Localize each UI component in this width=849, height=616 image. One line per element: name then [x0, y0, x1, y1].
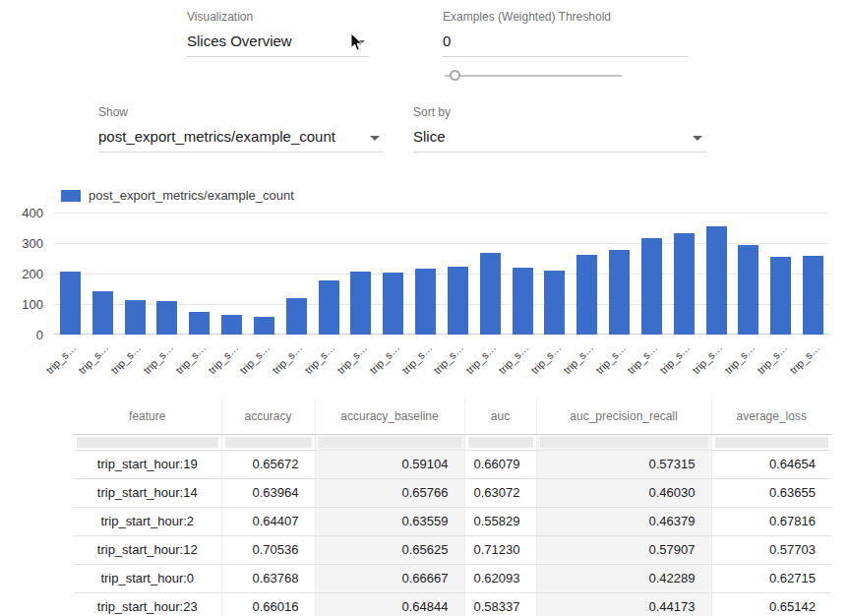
feature-cell: trip_start_hour:2: [74, 507, 221, 535]
filter-input-accuracy_baseline[interactable]: [319, 437, 461, 448]
metric-cell: 0.42289: [536, 564, 711, 592]
y-tick-label: 300: [22, 236, 43, 251]
table-row: trip_start_hour:140.639640.657660.630720…: [74, 478, 831, 507]
chart-bar[interactable]: [448, 267, 468, 335]
chart-bar[interactable]: [350, 272, 371, 335]
sort-by-value: Slice: [413, 128, 446, 145]
metric-cell: 0.57907: [536, 535, 711, 564]
column-header-auc_precision_recall[interactable]: auc_precision_recall: [536, 399, 711, 434]
metric-cell: 0.46030: [536, 478, 711, 507]
show-label: Show: [98, 105, 384, 119]
metric-cell: 0.63655: [711, 478, 831, 507]
metric-cell: 0.64844: [315, 592, 464, 616]
visualization-dropdown[interactable]: Slices Overview: [187, 29, 369, 57]
visualization-field: Visualization Slices Overview: [187, 10, 369, 57]
legend-label: post_export_metrics/example_count: [89, 188, 294, 203]
threshold-field: Examples (Weighted) Threshold 0: [443, 10, 689, 57]
slider-thumb[interactable]: [450, 70, 460, 81]
metric-cell: 0.59104: [315, 450, 464, 478]
slicing-metrics-view: Visualization Slices Overview Examples (…: [0, 0, 849, 616]
filter-input-auc[interactable]: [468, 437, 533, 448]
chart-bar[interactable]: [803, 256, 823, 335]
visualization-value: Slices Overview: [187, 32, 292, 49]
threshold-label: Examples (Weighted) Threshold: [443, 10, 689, 24]
feature-cell: trip_start_hour:14: [74, 478, 221, 507]
y-axis: 0100200300400: [0, 213, 47, 335]
chart-bar[interactable]: [544, 271, 565, 335]
metric-cell: 0.65625: [315, 535, 464, 564]
sort-by-field: Sort by Slice: [413, 105, 706, 153]
visualization-label: Visualization: [187, 10, 369, 24]
filter-input-feature[interactable]: [77, 437, 218, 448]
chart-bar[interactable]: [513, 268, 533, 336]
column-header-feature[interactable]: feature: [74, 399, 221, 434]
column-header-auc[interactable]: auc: [464, 399, 536, 434]
chart-bar[interactable]: [221, 315, 242, 335]
column-header-average_loss[interactable]: average_loss: [711, 399, 831, 434]
chart-bar[interactable]: [609, 250, 630, 335]
chart-bar[interactable]: [738, 245, 758, 335]
chart-bar[interactable]: [92, 291, 113, 335]
chart-bar[interactable]: [480, 253, 501, 335]
metric-cell: 0.63768: [221, 564, 315, 592]
feature-cell: trip_start_hour:19: [74, 450, 221, 478]
gridline: [54, 213, 829, 214]
x-axis-labels: trip_s…trip_s…trip_s…trip_s…trip_s…trip_…: [54, 339, 829, 390]
metric-cell: 0.57315: [536, 450, 711, 478]
table-row: trip_start_hour:120.705360.656250.712300…: [74, 535, 831, 564]
filter-input-accuracy[interactable]: [225, 437, 312, 448]
mouse-cursor-icon: [350, 32, 364, 52]
table-row: trip_start_hour:20.644070.635590.558290.…: [74, 507, 831, 535]
chart-bar[interactable]: [770, 257, 791, 335]
chart-bar[interactable]: [674, 233, 695, 335]
feature-cell: trip_start_hour:0: [74, 564, 221, 592]
metric-cell: 0.66079: [464, 450, 536, 478]
chart-bar[interactable]: [641, 238, 662, 335]
chevron-down-icon: [370, 136, 380, 141]
threshold-slider[interactable]: [445, 69, 622, 83]
threshold-input[interactable]: 0: [443, 29, 689, 57]
chart-bar[interactable]: [125, 300, 146, 335]
metric-cell: 0.65142: [711, 592, 831, 616]
filter-row: [74, 434, 831, 450]
show-dropdown[interactable]: post_export_metrics/example_count: [98, 124, 384, 153]
chart-bar[interactable]: [383, 273, 403, 335]
sort-by-dropdown[interactable]: Slice: [413, 124, 706, 153]
metric-cell: 0.66667: [315, 564, 464, 592]
metric-cell: 0.63964: [221, 478, 315, 507]
metric-cell: 0.71230: [464, 535, 536, 564]
chart-bar[interactable]: [706, 226, 727, 335]
metric-cell: 0.66016: [221, 592, 315, 616]
sort-by-label: Sort by: [413, 105, 706, 119]
metric-cell: 0.65672: [221, 450, 315, 478]
chart-bar[interactable]: [254, 317, 274, 335]
y-tick-label: 0: [36, 328, 43, 342]
chart-bar[interactable]: [576, 255, 597, 335]
chart-bar[interactable]: [156, 301, 177, 335]
column-header-accuracy_baseline[interactable]: accuracy_baseline: [315, 399, 464, 434]
slider-track[interactable]: [445, 75, 622, 77]
table-row: trip_start_hour:190.656720.591040.660790…: [74, 450, 831, 478]
metric-cell: 0.70536: [221, 535, 315, 564]
metric-cell: 0.67816: [711, 507, 831, 535]
filter-input-average_loss[interactable]: [715, 437, 829, 448]
metric-cell: 0.57703: [711, 535, 831, 564]
feature-cell: trip_start_hour:23: [74, 592, 221, 616]
filter-input-auc_precision_recall[interactable]: [540, 437, 708, 448]
chart-bar[interactable]: [319, 280, 339, 335]
metric-cell: 0.44173: [536, 592, 711, 616]
column-header-accuracy[interactable]: accuracy: [221, 399, 315, 434]
chart-bar[interactable]: [189, 312, 210, 335]
y-tick-label: 200: [22, 267, 43, 281]
metric-cell: 0.64407: [221, 507, 315, 535]
chart-legend: post_export_metrics/example_count: [61, 188, 294, 203]
legend-swatch: [61, 190, 81, 202]
chart-bar[interactable]: [415, 269, 436, 335]
chart-bar[interactable]: [286, 298, 307, 335]
y-tick-label: 400: [22, 206, 43, 220]
chevron-down-icon: [693, 136, 702, 141]
metric-cell: 0.63559: [315, 507, 464, 535]
chart-bar[interactable]: [60, 272, 81, 335]
metrics-table: featureaccuracyaccuracy_baselineaucauc_p…: [74, 399, 831, 616]
table-row: trip_start_hour:00.637680.666670.620930.…: [74, 564, 831, 592]
